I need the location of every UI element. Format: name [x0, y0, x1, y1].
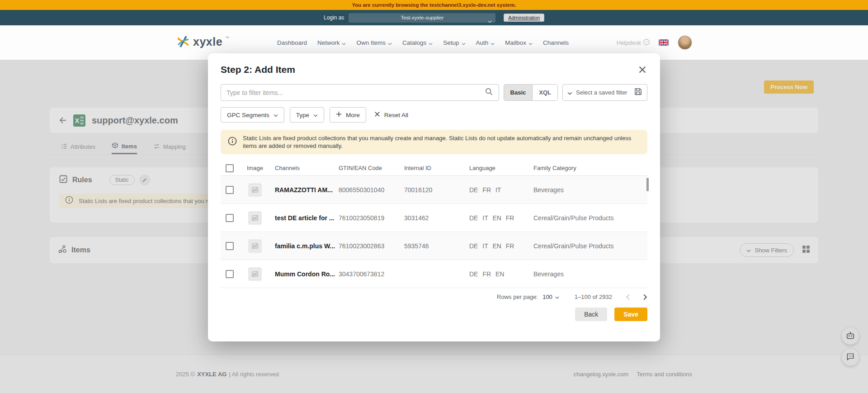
row-checkbox[interactable] [226, 270, 234, 278]
chevron-down-icon [429, 40, 433, 47]
cell-gtin: 7610023050819 [335, 214, 401, 222]
cell-internal-id: 3031462 [401, 214, 466, 222]
info-icon [228, 137, 237, 147]
cell-internal-id: 70016120 [401, 186, 466, 194]
nav-menu: Dashboard Network Own Items Catalogs Set… [277, 39, 569, 47]
row-checkbox[interactable] [226, 186, 234, 194]
mode-basic-button[interactable]: Basic [504, 85, 533, 100]
static-lists-info-banner: Static Lists are fixed product collectio… [221, 130, 647, 154]
chevron-down-icon [274, 112, 278, 118]
chevron-down-icon [555, 294, 559, 300]
rows-per-page-label: Rows per page: [497, 294, 538, 300]
cell-language: DE FR EN [466, 270, 530, 278]
nav-item-channels[interactable]: Channels [543, 39, 569, 46]
chevron-down-icon [388, 40, 392, 47]
chat-bubble-icon [846, 352, 855, 363]
select-all-checkbox[interactable] [226, 164, 234, 172]
cell-language: DE IT EN FR [466, 214, 530, 222]
table-row[interactable]: test DE article for ... 7610023050819 30… [221, 204, 647, 232]
table-scrollbar[interactable] [646, 178, 649, 191]
cell-family-category: Beverages [530, 270, 647, 278]
filter-type[interactable]: Type [290, 107, 324, 123]
chevron-down-icon [462, 40, 466, 47]
language-flag-icon[interactable] [659, 39, 669, 46]
no-image-icon [248, 267, 262, 281]
nav-item-auth[interactable]: Auth [476, 39, 495, 47]
chat-button[interactable] [842, 349, 859, 366]
user-avatar[interactable] [678, 35, 692, 50]
plus-icon [336, 111, 342, 118]
no-image-icon [248, 183, 262, 197]
login-as-select[interactable]: Test-xyxle-supplier [349, 13, 495, 23]
next-page-icon[interactable] [643, 294, 647, 300]
logo[interactable]: xyxle ™ [176, 34, 229, 51]
save-button[interactable]: Save [614, 308, 647, 321]
logo-text: xyxle [193, 34, 222, 49]
cell-gtin: 8006550301040 [335, 186, 401, 194]
no-image-icon [248, 211, 262, 225]
table-row[interactable]: familia c.m.plus W... 7610023002863 5935… [221, 232, 647, 260]
cell-internal-id: 5935746 [401, 242, 466, 250]
table-header: Image Channels GTIN/EAN Code Internal ID… [221, 161, 647, 176]
more-filters-button[interactable]: More [330, 107, 366, 123]
cell-family-category: Cereal/Grain/Pulse Products [530, 214, 647, 222]
admin-bar: Login as Test-xyxle-supplier Administrat… [0, 10, 868, 25]
add-item-modal: Step 2: Add Item Basic XQL Select a save… [208, 53, 660, 341]
no-image-icon [248, 239, 262, 253]
cell-channels: test DE article for ... [271, 214, 335, 222]
filter-mode-toggle: Basic XQL [504, 84, 558, 101]
cell-family-category: Cereal/Grain/Pulse Products [530, 242, 647, 250]
svg-text:?: ? [646, 40, 648, 44]
cell-channels: Mumm Cordon Ro... [271, 270, 335, 278]
nav-item-own-items[interactable]: Own Items [356, 39, 392, 47]
cell-language: DE IT EN FR [466, 242, 530, 250]
chevron-down-icon [313, 112, 318, 118]
search-icon[interactable] [485, 87, 493, 98]
chevron-down-icon [491, 40, 495, 47]
reset-all-button[interactable]: Reset All [374, 111, 408, 118]
logo-trademark: ™ [225, 36, 229, 40]
previous-page-icon[interactable] [626, 294, 630, 300]
xyxle-logo-icon [176, 34, 190, 51]
chatbot-button[interactable] [842, 327, 859, 345]
chevron-down-icon [488, 17, 492, 25]
environment-banner: You are currently browsing the testchann… [0, 0, 868, 10]
save-filter-icon[interactable] [634, 87, 642, 98]
modal-title: Step 2: Add Item [221, 64, 295, 75]
row-checkbox[interactable] [226, 242, 234, 250]
cell-channels: RAMAZZOTTI AM... [271, 186, 335, 194]
search-input[interactable] [226, 89, 485, 96]
nav-item-catalogs[interactable]: Catalogs [402, 39, 433, 47]
saved-filter-select[interactable]: Select a saved filter [562, 84, 647, 101]
help-question-icon: ? [643, 39, 650, 47]
login-as-label: Login as [324, 14, 344, 21]
nav-item-setup[interactable]: Setup [443, 39, 465, 47]
cell-gtin: 3043700673812 [335, 270, 401, 278]
chevron-down-icon [342, 40, 346, 47]
filter-gpc-segments[interactable]: GPC Segments [221, 107, 284, 123]
chevron-down-icon [567, 89, 572, 97]
items-table: Image Channels GTIN/EAN Code Internal ID… [221, 161, 647, 288]
administration-button[interactable]: Administration [504, 14, 544, 22]
nav-item-dashboard[interactable]: Dashboard [277, 39, 307, 46]
pagination: Rows per page: 100 1–100 of 2932 [221, 294, 647, 300]
cell-channels: familia c.m.plus W... [271, 242, 335, 250]
table-row[interactable]: RAMAZZOTTI AM... 8006550301040 70016120 … [221, 176, 647, 204]
pagination-range: 1–100 of 2932 [575, 294, 612, 300]
chevron-down-icon [528, 40, 533, 47]
robot-icon [845, 331, 855, 342]
nav-item-mailbox[interactable]: Mailbox [505, 39, 533, 47]
cell-family-category: Beverages [530, 186, 647, 194]
rows-per-page-select[interactable]: 100 [542, 294, 559, 300]
close-icon[interactable] [637, 65, 647, 75]
filter-search-box [221, 84, 499, 101]
login-as-value: Test-xyxle-supplier [401, 15, 443, 20]
table-row[interactable]: Mumm Cordon Ro... 3043700673812 DE FR EN… [221, 260, 647, 288]
helpdesk-link[interactable]: Helpdesk ? [617, 39, 650, 47]
row-checkbox[interactable] [226, 214, 234, 222]
environment-banner-text: You are currently browsing the testchann… [352, 2, 516, 8]
mode-xql-button[interactable]: XQL [533, 85, 557, 100]
back-button[interactable]: Back [575, 308, 607, 321]
cell-gtin: 7610023002863 [335, 242, 401, 250]
nav-item-network[interactable]: Network [317, 39, 346, 47]
